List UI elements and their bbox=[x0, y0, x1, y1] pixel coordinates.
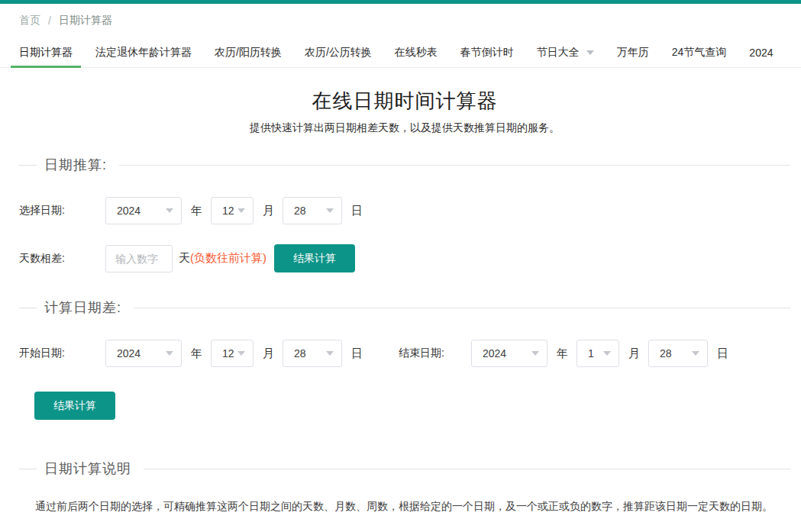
divider bbox=[134, 308, 790, 308]
select-date-label: 选择日期: bbox=[19, 204, 105, 218]
tab-date-calculator[interactable]: 日期计算器 bbox=[19, 38, 73, 67]
date-range-row: 开始日期: 2024 年 12 月 28 日 结束日期: 2024 年 1 月 … bbox=[19, 340, 790, 367]
section-date-diff-header: 计算日期差: bbox=[19, 298, 790, 317]
divider bbox=[19, 308, 37, 308]
page-subtitle: 提供快速计算出两日期相差天数，以及提供天数推算日期的服务。 bbox=[19, 121, 790, 135]
infer-month-select[interactable]: 12 bbox=[211, 197, 254, 224]
year-unit-label: 年 bbox=[191, 204, 202, 218]
section-date-infer-header: 日期推算: bbox=[19, 156, 790, 174]
tab-lunar-gregorian-convert[interactable]: 农历/公历转换 bbox=[305, 38, 372, 67]
tab-online-stopwatch[interactable]: 在线秒表 bbox=[395, 38, 438, 67]
days-diff-row: 天数相差: 天(负数往前计算) 结果计算 bbox=[19, 244, 790, 272]
chevron-down-icon bbox=[586, 50, 594, 55]
start-month-value: 12 bbox=[222, 347, 234, 360]
month-unit-label: 月 bbox=[628, 347, 640, 361]
end-day-select[interactable]: 28 bbox=[648, 340, 708, 367]
infer-month-value: 12 bbox=[222, 205, 234, 217]
tab-perpetual-calendar[interactable]: 万年历 bbox=[617, 38, 649, 67]
diff-calculate-button[interactable]: 结果计算 bbox=[34, 392, 115, 420]
end-month-select[interactable]: 1 bbox=[577, 340, 619, 367]
start-month-select[interactable]: 12 bbox=[211, 340, 254, 367]
tab-festival-list-label: 节日大全 bbox=[537, 46, 580, 60]
infer-day-value: 28 bbox=[294, 205, 306, 217]
infer-year-value: 2024 bbox=[117, 205, 140, 217]
infer-calculate-button[interactable]: 结果计算 bbox=[274, 244, 355, 272]
explanation-text: 通过前后两个日期的选择，可精确推算这两个日期之间的天数、月数、周数，根据给定的一… bbox=[19, 498, 790, 516]
start-year-select[interactable]: 2024 bbox=[105, 340, 182, 367]
breadcrumb: 首页 / 日期计算器 bbox=[0, 4, 801, 34]
infer-day-select[interactable]: 28 bbox=[283, 197, 342, 224]
day-unit-label: 日 bbox=[717, 347, 728, 361]
start-day-select[interactable]: 28 bbox=[283, 340, 342, 367]
chevron-down-icon bbox=[237, 351, 245, 356]
divider bbox=[19, 165, 37, 166]
day-unit-label: 日 bbox=[351, 347, 363, 361]
tab-2024[interactable]: 2024 bbox=[749, 38, 773, 67]
start-day-value: 28 bbox=[294, 347, 306, 360]
days-diff-label: 天数相差: bbox=[19, 252, 105, 266]
end-date-label: 结束日期: bbox=[399, 347, 471, 360]
chevron-down-icon bbox=[166, 208, 173, 213]
year-unit-label: 年 bbox=[191, 347, 202, 361]
end-year-value: 2024 bbox=[483, 347, 506, 360]
page-title: 在线日期时间计算器 bbox=[19, 88, 790, 114]
start-date-label: 开始日期: bbox=[19, 347, 105, 360]
chevron-down-icon bbox=[326, 351, 334, 356]
chevron-down-icon bbox=[237, 208, 245, 213]
divider bbox=[144, 469, 790, 469]
infer-year-select[interactable]: 2024 bbox=[105, 197, 182, 224]
section-explanation-title: 日期计算说明 bbox=[44, 459, 131, 478]
select-date-row: 选择日期: 2024 年 12 月 28 日 bbox=[19, 197, 790, 224]
tab-spring-festival-countdown[interactable]: 春节倒计时 bbox=[460, 38, 514, 67]
main-content: 在线日期时间计算器 提供快速计算出两日期相差天数，以及提供天数推算日期的服务。 … bbox=[0, 88, 801, 516]
end-day-value: 28 bbox=[660, 347, 672, 360]
breadcrumb-separator: / bbox=[48, 15, 51, 27]
chevron-down-icon bbox=[166, 351, 173, 356]
day-unit-label: 日 bbox=[351, 204, 363, 218]
start-year-value: 2024 bbox=[117, 347, 140, 360]
end-month-value: 1 bbox=[588, 347, 594, 360]
chevron-down-icon bbox=[326, 208, 334, 213]
year-unit-label: 年 bbox=[557, 347, 568, 361]
section-explanation-header: 日期计算说明 bbox=[19, 459, 790, 478]
section-date-diff-title: 计算日期差: bbox=[44, 298, 121, 317]
month-unit-label: 月 bbox=[263, 347, 274, 361]
breadcrumb-current[interactable]: 日期计算器 bbox=[59, 14, 112, 27]
days-input[interactable] bbox=[105, 245, 173, 272]
divider bbox=[119, 165, 790, 166]
breadcrumb-home-link[interactable]: 首页 bbox=[19, 14, 40, 27]
tab-retirement-age-calculator[interactable]: 法定退休年龄计算器 bbox=[95, 38, 192, 67]
end-year-select[interactable]: 2024 bbox=[471, 340, 547, 367]
chevron-down-icon bbox=[531, 351, 539, 356]
month-unit-label: 月 bbox=[263, 204, 274, 218]
nav-tab-bar: 日期计算器 法定退休年龄计算器 农历/阳历转换 农历/公历转换 在线秒表 春节倒… bbox=[0, 38, 801, 68]
tab-24-solar-terms[interactable]: 24节气查询 bbox=[672, 38, 727, 67]
divider bbox=[19, 469, 37, 469]
section-date-infer-title: 日期推算: bbox=[44, 156, 107, 174]
chevron-down-icon bbox=[692, 351, 699, 356]
negative-days-note: (负数往前计算) bbox=[190, 251, 266, 266]
days-unit-label: 天 bbox=[179, 251, 190, 266]
chevron-down-icon bbox=[603, 351, 611, 356]
tab-festival-list[interactable]: 节日大全 bbox=[537, 38, 594, 67]
tab-lunar-solar-convert[interactable]: 农历/阳历转换 bbox=[215, 38, 282, 67]
